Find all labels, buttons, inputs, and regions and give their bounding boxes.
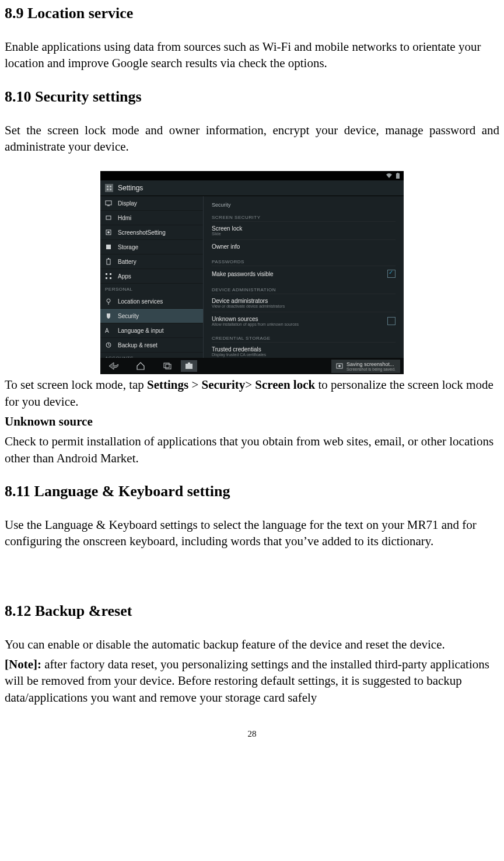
row-primary: Owner info: [212, 243, 396, 250]
toast-subtitle: Screenshot is being saved.: [346, 367, 396, 371]
sidebar-item-hdmi[interactable]: Hdmi: [100, 211, 203, 225]
svg-rect-2: [105, 184, 113, 192]
row-primary: Trusted credentials: [212, 346, 396, 353]
nav-recents-icon[interactable]: [154, 358, 181, 374]
section-header: SCREEN SECURITY: [212, 209, 396, 221]
svg-rect-4: [110, 186, 111, 187]
svg-rect-26: [166, 364, 171, 369]
checkbox[interactable]: [387, 317, 396, 325]
row-primary: Unknown sources: [212, 316, 387, 322]
sidebar-item-security[interactable]: Security: [100, 309, 203, 323]
svg-point-30: [338, 365, 341, 367]
svg-rect-1: [397, 173, 398, 173]
screenshot-toast: Saving screenshot... Screenshot is being…: [331, 360, 400, 373]
screenshot-icon: [105, 229, 112, 236]
sidebar-header: PERSONAL: [100, 284, 203, 294]
svg-rect-16: [110, 273, 111, 275]
nav-screenshot-icon[interactable]: [181, 360, 197, 372]
sidebar-item-label: Display: [118, 200, 137, 207]
sidebar-item-label: Location services: [118, 298, 163, 305]
checkbox[interactable]: [387, 270, 396, 278]
sidebar-item-label: Battery: [118, 259, 136, 265]
svg-rect-28: [188, 362, 190, 364]
sidebar-item-backup-reset[interactable]: Backup & reset: [100, 338, 203, 353]
settings-row[interactable]: Make passwords visible: [212, 266, 396, 281]
sidebar-item-label: Backup & reset: [118, 342, 158, 348]
settings-main[interactable]: SecuritySCREEN SECURITYScreen lockSlideO…: [204, 196, 404, 358]
sidebar-item-apps[interactable]: Apps: [100, 269, 203, 284]
heading-8-11: 8.11 Language & Keyboard setting: [5, 483, 499, 500]
titlebar: Settings: [100, 180, 404, 196]
settings-row[interactable]: Owner info: [212, 239, 396, 253]
row-primary: Screen lock: [212, 225, 396, 232]
svg-rect-3: [107, 186, 108, 187]
svg-point-19: [107, 299, 110, 302]
svg-rect-8: [107, 205, 110, 206]
svg-rect-0: [396, 173, 400, 179]
apps-icon: [105, 273, 112, 280]
row-secondary: Slide: [212, 232, 396, 236]
toast-title: Saving screenshot...: [346, 361, 396, 367]
svg-rect-7: [106, 201, 111, 205]
settings-row[interactable]: Trusted credentialsDisplay trusted CA ce…: [212, 342, 396, 358]
para-8-9: Enable applications using data from sour…: [5, 39, 499, 72]
page-number: 28: [5, 729, 499, 739]
sidebar-item-label: Apps: [118, 273, 131, 280]
display-icon: [105, 200, 112, 207]
nav-back-icon[interactable]: [100, 358, 127, 374]
settings-row[interactable]: Screen lockSlide: [212, 221, 396, 239]
svg-rect-6: [110, 189, 111, 190]
settings-row[interactable]: Device administratorsView or deactivate …: [212, 294, 396, 312]
svg-rect-12: [106, 245, 111, 249]
sidebar-item-display[interactable]: Display: [100, 196, 203, 211]
settings-row[interactable]: Unknown sourcesAllow installation of app…: [212, 312, 396, 330]
svg-rect-18: [110, 277, 111, 279]
svg-rect-15: [106, 273, 107, 275]
device-screenshot: Settings DisplayHdmiScreenshotSettingSto…: [100, 171, 404, 374]
sidebar-item-storage[interactable]: Storage: [100, 240, 203, 255]
storage-icon: [105, 243, 112, 250]
row-secondary: View or deactivate device administrators: [212, 304, 396, 308]
sidebar-item-label: Language & input: [118, 327, 163, 334]
svg-rect-9: [106, 216, 111, 219]
para-8-12-note: [Note]: after factory data reset, you pe…: [5, 656, 499, 706]
sidebar-item-label: Security: [118, 313, 139, 319]
location-icon: [105, 298, 112, 305]
sidebar-item-label: Hdmi: [118, 215, 131, 221]
status-bar: [100, 171, 404, 180]
titlebar-text: Settings: [118, 184, 143, 192]
sidebar-item-battery[interactable]: Battery: [100, 255, 203, 269]
svg-rect-13: [107, 259, 110, 264]
sidebar-item-location-services[interactable]: Location services: [100, 294, 203, 309]
main-title: Security: [212, 196, 396, 209]
security-icon: [105, 312, 112, 319]
language-icon: A: [105, 327, 112, 334]
sidebar-item-language-input[interactable]: ALanguage & input: [100, 323, 203, 338]
section-header: CREDENTIAL STORAGE: [212, 330, 396, 342]
unknown-source-heading: Unknown source: [5, 413, 499, 430]
sidebar-item-label: ScreenshotSetting: [118, 229, 166, 236]
svg-rect-5: [107, 189, 108, 190]
svg-rect-25: [164, 363, 169, 368]
row-secondary: Display trusted CA certificates: [212, 353, 396, 357]
svg-rect-17: [106, 277, 107, 279]
svg-point-11: [107, 231, 110, 233]
para-8-12-intro: You can enable or disable the automatic …: [5, 636, 499, 653]
nav-home-icon[interactable]: [127, 358, 154, 374]
backup-icon: [105, 341, 112, 348]
svg-text:A: A: [105, 327, 109, 334]
para-screenlock: To set screen lock mode, tap Settings > …: [5, 377, 499, 410]
hdmi-icon: [105, 214, 112, 221]
heading-8-9: 8.9 Location service: [5, 5, 499, 22]
para-8-11: Use the Language & Keyboard settings to …: [5, 517, 499, 550]
battery-icon: [396, 173, 400, 179]
heading-8-12: 8.12 Backup &reset: [5, 602, 499, 620]
row-primary: Device administrators: [212, 298, 396, 304]
sidebar-item-screenshotsetting[interactable]: ScreenshotSetting: [100, 225, 203, 240]
para-8-10-intro: Set the screen lock mode and owner infor…: [5, 122, 499, 155]
settings-sidebar[interactable]: DisplayHdmiScreenshotSettingStorageBatte…: [100, 196, 204, 358]
svg-rect-27: [186, 364, 192, 369]
heading-8-10: 8.10 Security settings: [5, 88, 499, 106]
battery-icon: [105, 258, 112, 265]
section-header: PASSWORDS: [212, 253, 396, 266]
